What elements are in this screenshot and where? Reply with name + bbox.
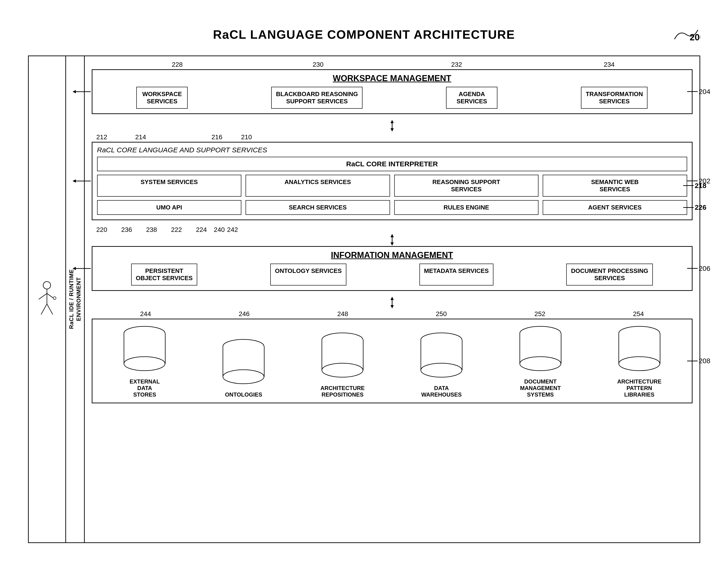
ref-244: 244 (140, 310, 151, 318)
workspace-left-arrow (72, 89, 91, 94)
svg-marker-12 (390, 120, 394, 123)
cylinder-ontologies: ONTOLOGIES (220, 338, 267, 398)
cylinder-label-ontologies: ONTOLOGIES (225, 392, 262, 398)
cylinder-arch-pattern: ARCHITECTUREPATTERNLIBRARIES (616, 325, 663, 398)
racl-core-refs: 212 214 216 210 (92, 133, 693, 141)
datastore-refs: 244 246 248 250 252 254 (92, 310, 693, 318)
dbl-arrow-1 (92, 120, 693, 132)
datastores-box: 208 EXTERNALDATASTORES (92, 319, 693, 403)
info-mgmt-box: 206 INFORMATION MANAGEMENT PERSISTENTOBJ… (92, 246, 693, 291)
info-mgmt-left-arrow (72, 266, 91, 271)
agenda-services-box: AGENDASERVICES (446, 87, 497, 109)
svg-rect-28 (687, 361, 698, 361)
core-services-row-2: UMO API SEARCH SERVICES RULES ENGINE AGE… (97, 200, 687, 215)
ref-230: 230 (313, 61, 323, 68)
ref-208: 208 (687, 357, 710, 365)
svg-marker-23 (72, 267, 76, 270)
ref-234: 234 (604, 61, 614, 68)
workspace-services-box: WORKSPACESERVICES (136, 87, 188, 109)
svg-text:200: 200 (690, 32, 700, 41)
transformation-services-box: TRANSFORMATIONSERVICES (581, 87, 647, 109)
cylinder-label-doc-mgmt: DOCUMENTMANAGEMENTSYSTEMS (520, 378, 561, 398)
search-services-box: SEARCH SERVICES (246, 200, 390, 215)
ref-240-b: 240 (214, 226, 225, 234)
ref-210: 210 (241, 133, 252, 141)
ref-236: 236 (121, 226, 132, 234)
workspace-mgmt-title: WORKSPACE MANAGEMENT (97, 73, 687, 83)
ref-254: 254 (633, 310, 644, 318)
svg-marker-27 (390, 305, 394, 308)
svg-rect-10 (687, 91, 698, 92)
racl-core-left-arrow (72, 179, 91, 183)
agent-services-box: AGENT SERVICES 226 (543, 200, 687, 215)
datastores-row: EXTERNALDATASTORES ONTOLOGIES (97, 323, 687, 398)
svg-marker-26 (390, 297, 394, 300)
dbl-arrow-2 (92, 234, 693, 246)
person-figure (36, 281, 57, 318)
svg-marker-15 (72, 179, 76, 183)
svg-rect-18 (683, 207, 694, 208)
svg-point-53 (520, 357, 561, 371)
cylinder-label-data-wh: DATAWAREHOUSES (421, 385, 462, 398)
ide-label-area: RaCL IDE / RUNTIMEENVIRONMENT (66, 56, 85, 542)
ref-242-b: 242 (227, 226, 238, 234)
svg-marker-21 (390, 242, 394, 246)
workspace-refs: 228 230 232 234 (92, 61, 693, 68)
blackboard-reasoning-box: BLACKBOARD REASONINGSUPPORT SERVICES (271, 87, 362, 109)
svg-point-58 (619, 357, 660, 371)
cylinder-label-arch-repo: ARCHITECTUREREPOSITIONES (320, 385, 365, 398)
content-area: 228 230 232 234 204 WO (85, 56, 699, 542)
umo-api-box: UMO API (97, 200, 242, 215)
ref-224: 224 (196, 226, 207, 234)
reasoning-support-box: REASONING SUPPORTSERVICES (394, 175, 539, 197)
system-services-box: SYSTEM SERVICES (97, 175, 242, 197)
svg-point-43 (322, 363, 363, 377)
ref-212: 212 (96, 133, 107, 141)
racl-core-title: RaCL CORE LANGUAGE AND SUPPORT SERVICES (97, 146, 687, 154)
ref-252: 252 (535, 310, 545, 318)
svg-marker-13 (390, 128, 394, 132)
ide-label: RaCL IDE / RUNTIMEENVIRONMENT (68, 269, 82, 329)
cylinder-document-mgmt: DOCUMENTMANAGEMENTSYSTEMS (517, 325, 564, 398)
cylinder-external-data: EXTERNALDATASTORES (121, 325, 168, 398)
svg-point-7 (53, 297, 56, 300)
cylinder-architecture-repo: ARCHITECTUREREPOSITIONES (319, 332, 366, 398)
ontology-services-box: ONTOLOGY SERVICES (270, 264, 346, 285)
svg-point-48 (421, 363, 462, 377)
dbl-arrow-3 (92, 297, 693, 308)
svg-rect-16 (687, 180, 698, 181)
svg-line-6 (47, 304, 53, 314)
svg-point-33 (124, 357, 165, 371)
between-refs: 220 236 238 222 224 240 242 (92, 226, 693, 234)
ref-206: 206 (687, 265, 710, 272)
svg-rect-24 (687, 268, 698, 269)
workspace-services-row: WORKSPACESERVICES BLACKBOARD REASONINGSU… (97, 87, 687, 109)
svg-marker-20 (390, 234, 394, 237)
core-services-row-1: SYSTEM SERVICES ANALYTICS SERVICES REASO… (97, 175, 687, 197)
semantic-web-box: SEMANTIC WEBSERVICES 218 (543, 175, 687, 197)
svg-line-5 (41, 304, 47, 314)
ref-220: 220 (96, 226, 107, 234)
racl-core-interpreter: RaCL CORE INTERPRETER (97, 157, 687, 171)
cylinder-data-warehouses: DATAWAREHOUSES (418, 332, 465, 398)
ref-250: 250 (436, 310, 447, 318)
info-mgmt-title: INFORMATION MANAGEMENT (97, 250, 687, 260)
ref-248: 248 (337, 310, 348, 318)
workspace-management-box: 204 WORKSPACE MANAGEMENT WORKSPACESERVIC… (92, 69, 693, 114)
cylinder-label-external: EXTERNALDATASTORES (130, 378, 160, 398)
page: RaCL LANGUAGE COMPONENT ARCHITECTURE 200 (14, 13, 714, 562)
svg-rect-17 (683, 185, 694, 186)
rules-engine-box: RULES ENGINE (394, 200, 539, 215)
ref-214: 214 (135, 133, 146, 141)
ref-204: 204 (687, 88, 710, 96)
ref-228: 228 (172, 61, 183, 68)
outer-box: RaCL IDE / RUNTIMEENVIRONMENT 228 230 23… (28, 56, 700, 543)
ref-232: 232 (451, 61, 462, 68)
svg-line-3 (39, 294, 47, 299)
persistent-object-box: PERSISTENTOBJECT SERVICES (131, 264, 197, 285)
ref-200: 200 (672, 28, 700, 44)
svg-marker-9 (72, 90, 76, 93)
person-area (29, 56, 66, 542)
document-processing-box: DOCUMENT PROCESSINGSERVICES (566, 264, 653, 285)
ref-246: 246 (239, 310, 250, 318)
